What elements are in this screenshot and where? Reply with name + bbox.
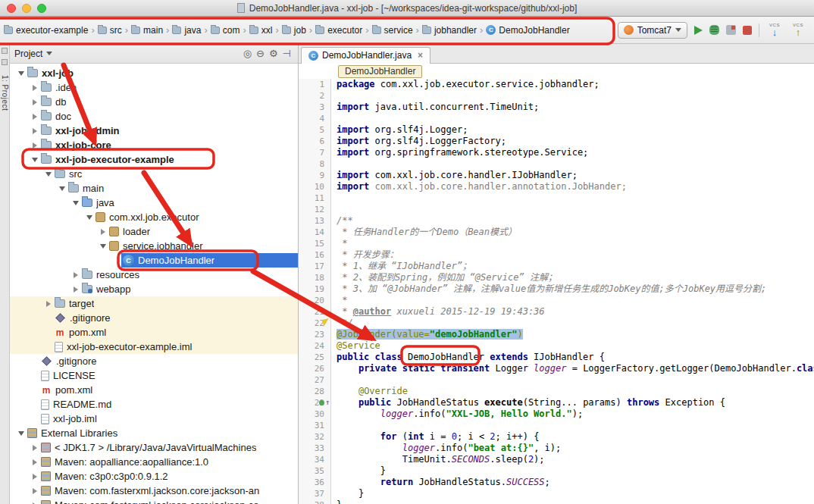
expand-arrow-icon[interactable] — [84, 210, 94, 224]
expand-arrow-icon[interactable] — [70, 196, 80, 210]
editor-tab-demojobhandler[interactable]: C DemoJobHandler.java × — [301, 47, 430, 64]
tree-item-label: DemoJobHandler — [138, 255, 214, 266]
expand-arrow-icon[interactable] — [70, 268, 80, 282]
run-button[interactable] — [694, 26, 703, 35]
expand-arrow-icon[interactable] — [43, 296, 53, 311]
tree-item[interactable]: src — [10, 167, 298, 181]
expand-arrow-icon[interactable] — [30, 455, 39, 469]
close-window-button[interactable] — [7, 4, 16, 13]
chevron-down-icon[interactable] — [46, 52, 52, 55]
tree-item[interactable]: mpom.xml — [10, 325, 298, 340]
left-tool-stripe: 1: Project — [0, 44, 10, 504]
tree-item[interactable]: mpom.xml — [10, 383, 298, 397]
close-tab-icon[interactable]: × — [418, 50, 423, 61]
tree-item[interactable]: Maven: aopalliance:aopalliance:1.0 — [10, 455, 298, 469]
tree-item[interactable]: CDemoJobHandler — [10, 253, 298, 268]
tree-item[interactable]: README.md — [10, 397, 298, 412]
tree-item[interactable]: xxl-job-executor-example.iml — [10, 340, 298, 354]
vcs-update-button[interactable]: VCS ↓ — [766, 23, 783, 37]
breadcrumb-item[interactable]: CDemoJobHandler — [484, 23, 571, 37]
tree-item[interactable]: xxl-job-core — [10, 138, 298, 152]
tree-item-label: LICENSE — [53, 370, 95, 381]
gutter-line-number: 31 — [299, 420, 330, 431]
tree-item[interactable]: < JDK1.7 > /Library/Java/JavaVirtualMach… — [10, 440, 298, 455]
expand-arrow-icon[interactable] — [16, 66, 26, 80]
debug-button[interactable] — [709, 25, 719, 35]
expand-arrow-icon[interactable] — [30, 498, 39, 504]
tree-item[interactable]: Maven: com.fasterxml.jackson.core:jackso… — [10, 484, 298, 498]
expand-arrow-icon[interactable] — [16, 426, 26, 440]
collapse-all-icon[interactable]: ⊖ — [254, 49, 267, 58]
tree-item[interactable]: webapp — [10, 282, 298, 296]
breadcrumb-item[interactable]: src — [95, 23, 124, 37]
tree-item[interactable]: xxl-job.iml — [10, 412, 298, 426]
tree-item[interactable]: service.jobhandler — [10, 239, 298, 253]
tree-item[interactable]: doc — [10, 109, 298, 124]
project-tool-window-button[interactable]: 1: Project — [1, 75, 9, 111]
tree-spacer — [30, 368, 39, 383]
coverage-button[interactable] — [726, 25, 736, 35]
tree-item[interactable]: .gitignore — [10, 311, 298, 325]
breadcrumb-item[interactable]: executor — [313, 23, 365, 37]
project-panel-toolbar: ◎⊖⚙⊣ — [241, 49, 293, 58]
breadcrumb-item[interactable]: main — [129, 23, 165, 37]
breadcrumb-item[interactable]: jobhandler — [420, 23, 479, 37]
breadcrumb-item[interactable]: com — [208, 23, 243, 37]
tree-item[interactable]: resources — [10, 268, 298, 282]
expand-arrow-icon[interactable] — [30, 138, 39, 152]
hide-panel-icon[interactable]: ⊣ — [280, 49, 293, 58]
expand-arrow-icon[interactable] — [57, 181, 67, 196]
folder-icon — [282, 27, 291, 34]
locate-icon[interactable]: ◎ — [241, 49, 254, 58]
breadcrumb-item[interactable]: xxl — [247, 23, 275, 37]
expand-arrow-icon[interactable] — [30, 109, 39, 124]
minimize-window-button[interactable] — [22, 4, 31, 13]
tool-window-icon[interactable] — [2, 59, 8, 65]
expand-arrow-icon[interactable] — [30, 469, 39, 484]
tree-item[interactable]: com.xxl.job.executor — [10, 210, 298, 224]
zoom-window-button[interactable] — [37, 4, 46, 13]
tool-window-icon[interactable] — [2, 48, 8, 54]
tree-item[interactable]: main — [10, 181, 298, 196]
breadcrumb-item[interactable]: java — [170, 23, 203, 37]
tree-item-content: Maven: c3p0:c3p0:0.9.1.2 — [39, 469, 298, 484]
expand-arrow-icon[interactable] — [30, 95, 39, 109]
tree-item[interactable]: xxl-job-admin — [10, 124, 298, 138]
settings-icon[interactable]: ⚙ — [267, 49, 280, 58]
tree-item[interactable]: java — [10, 196, 298, 210]
editor-context-crumb[interactable]: DemoJobHandler — [338, 65, 422, 78]
tree-item[interactable]: Maven: c3p0:c3p0:0.9.1.2 — [10, 469, 298, 484]
tree-item[interactable]: target — [10, 296, 298, 311]
expand-arrow-icon[interactable] — [30, 440, 39, 455]
tree-item[interactable]: .idea — [10, 80, 298, 95]
breadcrumb-item[interactable]: service — [370, 23, 415, 37]
tree-item-content: xxl-job-executor-example — [39, 152, 298, 167]
run-configuration-select[interactable]: Tomcat7 — [618, 22, 687, 39]
breadcrumb-item[interactable]: executor-example — [2, 23, 90, 37]
breadcrumb-item[interactable]: job — [280, 23, 308, 37]
tree-item[interactable]: External Libraries — [10, 426, 298, 440]
expand-arrow-icon[interactable] — [70, 282, 80, 296]
override-icon[interactable]: ↑ — [319, 399, 330, 406]
tree-item[interactable]: LICENSE — [10, 368, 298, 383]
code-line: for (int i = 0; i < 2; i++) { — [337, 431, 814, 443]
tree-item[interactable]: loader — [10, 224, 298, 239]
expand-arrow-icon[interactable] — [30, 484, 39, 498]
expand-arrow-icon[interactable] — [30, 124, 39, 138]
tree-item[interactable]: .gitignore — [10, 354, 298, 368]
code-area[interactable]: package com.xxl.job.executor.service.job… — [331, 79, 814, 504]
expand-arrow-icon[interactable] — [98, 239, 108, 253]
expand-arrow-icon[interactable] — [30, 80, 39, 95]
expand-arrow-icon[interactable] — [43, 167, 53, 181]
vcs-commit-button[interactable]: VCS ↑ — [790, 23, 806, 37]
stop-button[interactable] — [743, 26, 752, 35]
tree-item[interactable]: xxl-job — [10, 66, 298, 80]
tree-item-content: loader — [108, 224, 298, 239]
gutter-line-number: 30 — [299, 409, 330, 420]
expand-arrow-icon[interactable] — [30, 152, 39, 167]
tree-item[interactable]: xxl-job-executor-example — [10, 152, 298, 167]
breadcrumb-label: src — [110, 25, 122, 36]
tree-item[interactable]: db — [10, 95, 298, 109]
tree-item[interactable]: Maven: com.fasterxml.jackson.core:jackso… — [10, 498, 298, 504]
expand-arrow-icon[interactable] — [98, 224, 108, 239]
